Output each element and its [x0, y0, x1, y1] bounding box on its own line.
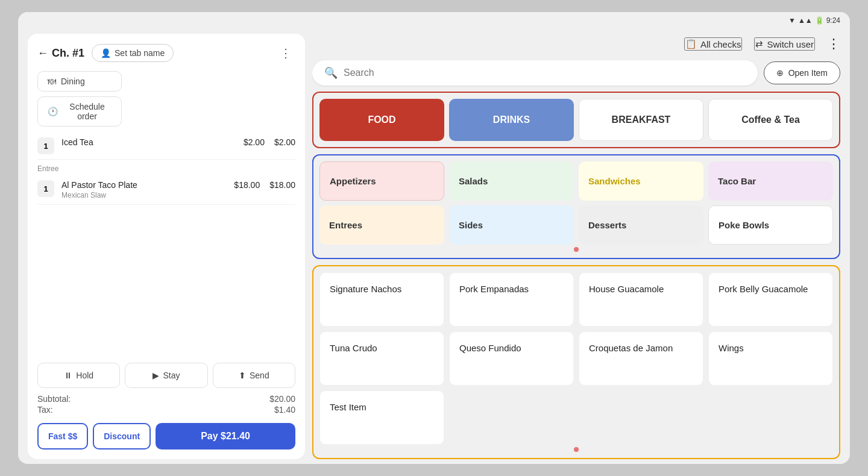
items-scroll-indicator	[319, 447, 833, 452]
wifi-icon: ▼	[788, 16, 796, 25]
item-prices: $18.00 $18.00	[234, 180, 295, 190]
item-details: Iced Tea	[61, 137, 244, 147]
items-grid: Signature Nachos Pork Empanadas House Gu…	[319, 272, 833, 445]
search-input[interactable]	[344, 67, 746, 78]
search-icon: 🔍	[324, 66, 338, 80]
item-card-pork-belly-guacamole[interactable]: Pork Belly Guacamole	[708, 272, 833, 327]
item-card-house-guacamole[interactable]: House Guacamole	[579, 272, 703, 327]
time-display: 9:24	[826, 16, 840, 25]
left-header-left: ← Ch. #1 👤 Set tab name	[37, 44, 174, 62]
screen: ▼ ▲▲ 🔋 9:24 ← Ch. #1 👤 Set tab name	[18, 12, 850, 464]
group-item-salads[interactable]: Salads	[449, 161, 574, 201]
status-bar: ▼ ▲▲ 🔋 9:24	[18, 12, 850, 29]
group-item-poke-bowls[interactable]: Poke Bowls	[708, 205, 833, 245]
item-name: Al Pastor Taco Plate	[61, 180, 234, 190]
menu-item-drinks[interactable]: DRINKS	[449, 99, 574, 141]
plus-circle-icon: ⊕	[776, 68, 784, 78]
item-name: Iced Tea	[61, 137, 244, 147]
order-item[interactable]: 1 Iced Tea $2.00 $2.00	[37, 133, 295, 160]
switch-user-button[interactable]: ⇄ Switch user	[754, 37, 815, 51]
send-icon: ⬆	[239, 371, 246, 380]
switch-user-label: Switch user	[767, 39, 814, 49]
item-card-queso-fundido[interactable]: Queso Fundido	[449, 331, 574, 386]
item-card-tuna-crudo[interactable]: Tuna Crudo	[319, 331, 444, 386]
send-label: Send	[250, 371, 269, 380]
hold-button[interactable]: ⏸ Hold	[37, 363, 120, 388]
groups-container: Appetizers Salads Sandwiches Taco Bar En…	[312, 154, 840, 259]
pay-button[interactable]: Pay $21.40	[156, 423, 295, 449]
set-tab-button[interactable]: 👤 Set tab name	[92, 44, 174, 62]
order-list: 1 Iced Tea $2.00 $2.00 Entree 1 Al Pasto…	[37, 133, 295, 352]
group-item-appetizers[interactable]: Appetizers	[319, 161, 444, 201]
subtotal-label: Subtotal:	[37, 394, 71, 404]
totals: Subtotal: $20.00 Tax: $1.40	[37, 394, 295, 415]
order-item[interactable]: 1 Al Pastor Taco Plate Mexican Slaw $18.…	[37, 175, 295, 205]
subtotal-row: Subtotal: $20.00	[37, 394, 295, 404]
stay-button[interactable]: ▶ Stay	[125, 363, 207, 388]
back-arrow-icon: ←	[37, 47, 48, 60]
open-item-button[interactable]: ⊕ Open Item	[764, 61, 840, 84]
search-wrapper: 🔍	[312, 60, 758, 86]
back-button[interactable]: ← Ch. #1	[37, 47, 84, 60]
fast-cash-button[interactable]: Fast $$	[37, 423, 88, 449]
left-header: ← Ch. #1 👤 Set tab name ⋮	[37, 43, 295, 63]
item-price: $18.00	[234, 180, 260, 190]
left-panel: ← Ch. #1 👤 Set tab name ⋮ 🍽 Dining	[28, 34, 305, 459]
groups-section: Appetizers Salads Sandwiches Taco Bar En…	[312, 154, 840, 259]
item-card-signature-nachos[interactable]: Signature Nachos	[319, 272, 444, 327]
section-label: Entree	[37, 160, 295, 175]
group-item-sandwiches[interactable]: Sandwiches	[579, 161, 703, 201]
item-card-pork-empanadas[interactable]: Pork Empanadas	[449, 272, 574, 327]
groups-grid: Appetizers Salads Sandwiches Taco Bar En…	[319, 161, 833, 245]
item-details: Al Pastor Taco Plate Mexican Slaw	[61, 180, 234, 199]
group-item-desserts[interactable]: Desserts	[579, 205, 703, 245]
signal-icon: ▲▲	[798, 16, 813, 25]
tax-label: Tax:	[37, 405, 53, 415]
group-item-sides[interactable]: Sides	[449, 205, 574, 245]
more-options-button[interactable]: ⋮	[276, 43, 295, 63]
menu-item-food[interactable]: FOOD	[319, 99, 444, 141]
scroll-dot	[574, 247, 579, 252]
scroll-dot-items	[574, 447, 579, 452]
menu-item-coffee-tea[interactable]: Coffee & Tea	[708, 99, 833, 141]
schedule-order-button[interactable]: 🕐 Schedule order	[37, 96, 122, 127]
item-quantity: 1	[37, 137, 54, 154]
user-icon: 👤	[101, 48, 111, 58]
battery-icon: 🔋	[815, 16, 824, 25]
schedule-label: Schedule order	[63, 102, 112, 121]
menus-container: FOOD DRINKS BREAKFAST Coffee & Tea ← Men…	[312, 92, 840, 148]
item-card-croquetas-de-jamon[interactable]: Croquetas de Jamon	[579, 331, 703, 386]
action-buttons: 🍽 Dining 🕐 Schedule order	[37, 71, 295, 127]
stay-label: Stay	[163, 371, 180, 380]
hold-icon: ⏸	[64, 371, 72, 380]
set-tab-label: Set tab name	[115, 48, 165, 58]
check-number: Ch. #1	[52, 47, 84, 60]
group-item-taco-bar[interactable]: Taco Bar	[708, 161, 833, 201]
discount-button[interactable]: Discount	[93, 423, 151, 449]
menus-grid: FOOD DRINKS BREAKFAST Coffee & Tea	[319, 99, 833, 141]
menus-section: FOOD DRINKS BREAKFAST Coffee & Tea	[312, 92, 840, 148]
status-icons: ▼ ▲▲ 🔋 9:24	[788, 16, 840, 25]
item-prices: $2.00 $2.00	[244, 137, 295, 147]
item-total: $18.00	[269, 180, 295, 190]
dining-button[interactable]: 🍽 Dining	[37, 71, 122, 92]
pay-buttons: Fast $$ Discount Pay $21.40	[37, 423, 295, 449]
items-container: Signature Nachos Pork Empanadas House Gu…	[312, 265, 840, 459]
all-checks-label: All checks	[700, 39, 741, 49]
tax-row: Tax: $1.40	[37, 405, 295, 415]
more-menu-button[interactable]: ⋮	[827, 36, 840, 52]
item-quantity: 1	[37, 180, 54, 197]
item-total: $2.00	[274, 137, 295, 147]
item-price: $2.00	[244, 137, 265, 147]
search-bar: 🔍 ⊕ Open Item	[312, 60, 840, 86]
menu-item-breakfast[interactable]: BREAKFAST	[579, 99, 703, 141]
all-checks-button[interactable]: 📋 All checks	[684, 37, 743, 51]
send-button[interactable]: ⬆ Send	[213, 363, 295, 388]
item-card-test-item[interactable]: Test Item	[319, 390, 444, 445]
item-card-wings[interactable]: Wings	[708, 331, 833, 386]
dining-label: Dining	[61, 77, 85, 86]
checks-icon: 📋	[685, 39, 697, 49]
group-item-entrees[interactable]: Entrees	[319, 205, 444, 245]
top-bar-actions: 📋 All checks ⇄ Switch user ⋮	[684, 36, 840, 52]
right-panel: 📋 All checks ⇄ Switch user ⋮ 🔍	[312, 34, 840, 459]
